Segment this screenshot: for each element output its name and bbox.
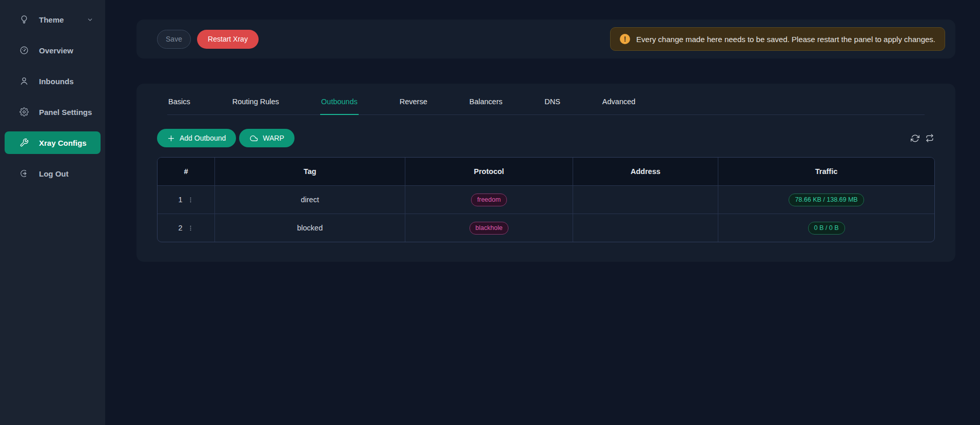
sidebar-item-panel-settings[interactable]: Panel Settings	[5, 101, 101, 123]
warning-icon: !	[620, 34, 630, 44]
address-cell	[573, 214, 718, 242]
warp-label: WARP	[263, 134, 284, 142]
dashboard-icon	[19, 46, 29, 55]
user-icon	[19, 76, 29, 86]
tab-reverse[interactable]: Reverse	[399, 87, 428, 115]
traffic-badge: 78.66 KB / 138.69 MB	[789, 194, 864, 206]
col-header-index: #	[158, 158, 215, 185]
tab-dns[interactable]: DNS	[543, 87, 561, 115]
table-header-row: # Tag Protocol Address Traffic	[158, 158, 934, 185]
warp-button[interactable]: WARP	[239, 129, 294, 147]
outbounds-actions-row: Add Outbound WARP	[157, 129, 935, 147]
plus-icon	[167, 134, 175, 142]
logout-icon	[19, 169, 29, 178]
tag-cell: direct	[215, 185, 405, 214]
table-row: 2 blocked blackhole 0 B / 0 B	[158, 214, 934, 242]
table-tools	[911, 134, 935, 143]
row-index: 2	[178, 224, 182, 232]
chevron-down-icon	[87, 16, 93, 23]
toolbar-buttons: Save Restart Xray	[157, 30, 259, 49]
sidebar-item-label: Panel Settings	[39, 108, 92, 117]
tab-advanced[interactable]: Advanced	[601, 87, 637, 115]
xray-panel-page: Theme Overview Inbounds Panel Settings	[0, 0, 980, 425]
sidebar-item-label: Xray Configs	[39, 139, 87, 147]
refresh-icon[interactable]	[911, 134, 919, 143]
xray-settings-card: Basics Routing Rules Outbounds Reverse B…	[136, 84, 955, 262]
col-header-address: Address	[573, 158, 718, 185]
tab-basics[interactable]: Basics	[167, 87, 191, 115]
sidebar-item-xray-configs[interactable]: Xray Configs	[5, 131, 101, 154]
sidebar-item-label: Inbounds	[39, 77, 74, 86]
cloud-icon	[249, 134, 258, 143]
sidebar-item-log-out[interactable]: Log Out	[5, 162, 101, 185]
address-cell	[573, 185, 718, 214]
bulb-icon	[19, 15, 29, 24]
protocol-badge: blackhole	[469, 222, 509, 235]
save-button[interactable]: Save	[157, 30, 191, 49]
row-index: 1	[178, 196, 182, 204]
sidebar-item-label: Overview	[39, 46, 73, 55]
add-outbound-button[interactable]: Add Outbound	[157, 129, 236, 147]
toolbar: Save Restart Xray ! Every change made he…	[136, 20, 955, 59]
main-content: Save Restart Xray ! Every change made he…	[105, 0, 980, 425]
sidebar-item-label: Theme	[39, 15, 64, 24]
col-header-traffic: Traffic	[718, 158, 934, 185]
col-header-protocol: Protocol	[405, 158, 573, 185]
wrench-icon	[19, 138, 29, 147]
tag-cell: blocked	[215, 214, 405, 242]
outbounds-table: # Tag Protocol Address Traffic 1	[157, 157, 935, 242]
sidebar: Theme Overview Inbounds Panel Settings	[0, 0, 105, 425]
row-menu-icon[interactable]	[187, 197, 194, 203]
tab-bar: Basics Routing Rules Outbounds Reverse B…	[167, 87, 925, 115]
warning-text: Every change made here needs to be saved…	[636, 35, 935, 44]
restart-xray-button[interactable]: Restart Xray	[197, 30, 259, 49]
gear-icon	[19, 107, 29, 117]
add-outbound-label: Add Outbound	[180, 134, 226, 142]
warning-banner: ! Every change made here needs to be sav…	[610, 27, 945, 51]
col-header-tag: Tag	[215, 158, 405, 185]
tab-balancers[interactable]: Balancers	[468, 87, 503, 115]
table-row: 1 direct freedom 78.66 KB / 138.69 MB	[158, 185, 934, 214]
traffic-badge: 0 B / 0 B	[808, 222, 845, 235]
sidebar-item-overview[interactable]: Overview	[5, 39, 101, 62]
tab-routing-rules[interactable]: Routing Rules	[231, 87, 280, 115]
row-menu-icon[interactable]	[187, 225, 194, 231]
sidebar-item-theme[interactable]: Theme	[5, 8, 101, 31]
sidebar-item-label: Log Out	[39, 169, 68, 178]
sidebar-item-inbounds[interactable]: Inbounds	[5, 70, 101, 92]
tab-outbounds[interactable]: Outbounds	[320, 87, 359, 115]
protocol-badge: freedom	[471, 194, 507, 206]
repeat-icon[interactable]	[926, 134, 934, 142]
